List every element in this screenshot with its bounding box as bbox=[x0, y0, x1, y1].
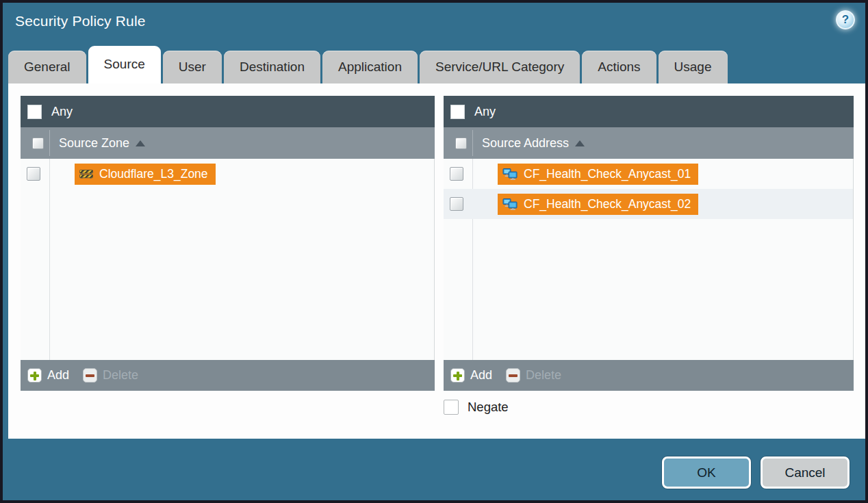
tab-user[interactable]: User bbox=[163, 51, 222, 83]
source-address-item-label: CF_Health_Check_Anycast_01 bbox=[524, 167, 691, 181]
source-address-item[interactable]: CF_Health_Check_Anycast_02 bbox=[498, 194, 698, 215]
source-zone-rows: Cloudflare_L3_Zone bbox=[21, 159, 435, 360]
source-zone-panel: Any Source Zone bbox=[21, 96, 435, 391]
delete-button-label: Delete bbox=[526, 368, 561, 383]
add-button[interactable]: Add bbox=[450, 368, 492, 383]
negate-label: Negate bbox=[468, 400, 509, 415]
tab-usage[interactable]: Usage bbox=[659, 51, 728, 83]
source-address-toolbar: Add Delete bbox=[444, 360, 854, 391]
row-checkbox[interactable] bbox=[450, 167, 463, 181]
source-zone-any-bar: Any bbox=[21, 96, 435, 127]
help-icon[interactable]: ? bbox=[836, 10, 855, 29]
delete-button[interactable]: Delete bbox=[83, 368, 138, 383]
plus-icon bbox=[27, 368, 42, 383]
source-address-item-label: CF_Health_Check_Anycast_02 bbox=[524, 197, 691, 211]
source-address-item[interactable]: CF_Health_Check_Anycast_01 bbox=[498, 164, 698, 185]
source-address-column-label: Source Address bbox=[482, 136, 569, 151]
source-zone-item-label: Cloudflare_L3_Zone bbox=[99, 167, 208, 181]
checkbox-column-divider bbox=[49, 159, 50, 360]
source-address-any-label: Any bbox=[474, 105, 496, 119]
dialog-titlebar: Security Policy Rule ? bbox=[3, 3, 865, 42]
tab-actions[interactable]: Actions bbox=[582, 51, 656, 83]
source-address-column-header[interactable]: Source Address bbox=[444, 127, 854, 159]
header-separator bbox=[49, 130, 50, 156]
source-zone-any-checkbox[interactable] bbox=[27, 105, 42, 119]
source-zone-column-header[interactable]: Source Zone bbox=[21, 127, 435, 159]
source-zone-select-all-checkbox[interactable] bbox=[32, 138, 44, 149]
tab-application[interactable]: Application bbox=[322, 51, 418, 83]
add-button-label: Add bbox=[47, 368, 69, 383]
minus-icon bbox=[83, 368, 97, 383]
source-address-panel: Any Source Address bbox=[444, 96, 854, 391]
plus-icon bbox=[450, 368, 465, 383]
tab-destination[interactable]: Destination bbox=[224, 51, 320, 83]
tab-source[interactable]: Source bbox=[88, 46, 161, 83]
negate-option: Negate bbox=[444, 400, 509, 415]
zone-icon bbox=[79, 168, 93, 179]
tab-bar: General Source User Destination Applicat… bbox=[8, 44, 730, 83]
ok-button[interactable]: OK bbox=[662, 456, 751, 489]
add-button-label: Add bbox=[470, 368, 492, 383]
question-mark-glyph: ? bbox=[842, 13, 849, 27]
tab-service-url-category[interactable]: Service/URL Category bbox=[420, 51, 580, 83]
table-row: CF_Health_Check_Anycast_01 bbox=[444, 159, 853, 189]
cancel-button[interactable]: Cancel bbox=[761, 456, 850, 489]
header-separator bbox=[472, 130, 473, 156]
table-row: Cloudflare_L3_Zone bbox=[21, 159, 434, 189]
source-address-any-bar: Any bbox=[444, 96, 854, 127]
source-zone-column-label: Source Zone bbox=[59, 136, 129, 151]
source-tab-content: Any Source Zone bbox=[8, 83, 865, 439]
add-button[interactable]: Add bbox=[27, 368, 69, 383]
row-checkbox[interactable] bbox=[450, 197, 463, 211]
address-icon bbox=[502, 198, 518, 210]
source-zone-toolbar: Add Delete bbox=[21, 360, 435, 391]
source-address-rows: CF_Health_Check_Anycast_01 bbox=[444, 159, 854, 360]
source-zone-any-label: Any bbox=[51, 105, 73, 119]
sort-ascending-icon bbox=[136, 140, 145, 146]
tab-general[interactable]: General bbox=[8, 51, 86, 83]
source-zone-item[interactable]: Cloudflare_L3_Zone bbox=[75, 164, 216, 185]
dialog-title: Security Policy Rule bbox=[15, 13, 146, 29]
negate-checkbox[interactable] bbox=[444, 400, 459, 415]
security-policy-rule-dialog: Security Policy Rule ? General Source Us… bbox=[0, 0, 868, 503]
sort-ascending-icon bbox=[575, 140, 585, 146]
table-row: CF_Health_Check_Anycast_02 bbox=[444, 189, 853, 219]
address-icon bbox=[502, 168, 518, 180]
delete-button[interactable]: Delete bbox=[506, 368, 561, 383]
source-address-any-checkbox[interactable] bbox=[450, 105, 465, 119]
source-address-select-all-checkbox[interactable] bbox=[455, 138, 467, 149]
row-checkbox[interactable] bbox=[27, 167, 40, 181]
delete-button-label: Delete bbox=[103, 368, 138, 383]
minus-icon bbox=[506, 368, 520, 383]
